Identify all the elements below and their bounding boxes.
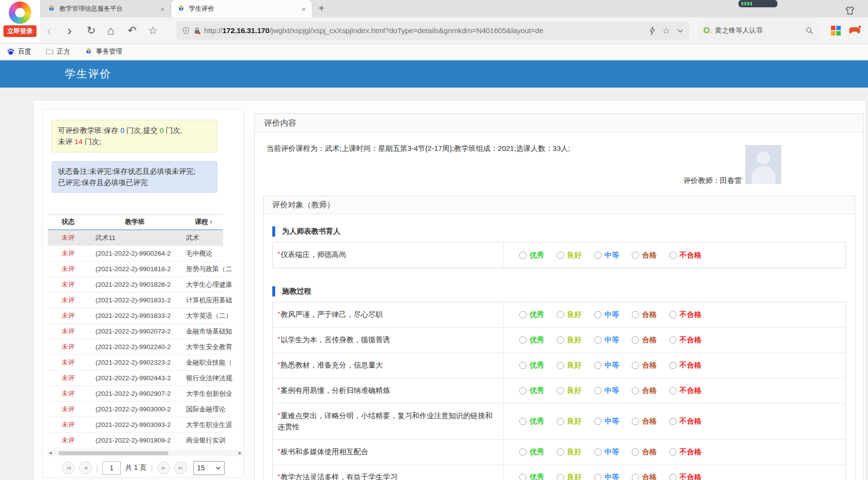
back-icon[interactable]: ‹ [47, 23, 51, 38]
rating-option-pass[interactable]: 合格 [632, 310, 657, 319]
class-table-row[interactable]: 未评(2021-2022-2)-9902073-2金融市场基础知 [48, 324, 223, 339]
rating-option-good[interactable]: 良好 [557, 335, 582, 345]
sort-icon[interactable]: ▲▼ [209, 220, 213, 224]
radio-good[interactable] [557, 418, 564, 425]
class-table-row[interactable]: 未评武术11武术 [48, 230, 223, 246]
tab-close-icon[interactable]: × [302, 5, 306, 13]
next-page-button[interactable]: ▶ [157, 462, 170, 474]
tab-student-eval[interactable]: 学生评价 × [171, 0, 312, 18]
bookmark-baidu[interactable]: 百度 [7, 47, 31, 56]
rating-option-pass[interactable]: 合格 [632, 335, 657, 345]
radio-average[interactable] [594, 311, 602, 318]
rating-option-good[interactable]: 良好 [557, 361, 582, 370]
bookmark-zhengfang[interactable]: 正方 [46, 47, 70, 56]
class-table-row[interactable]: 未评(2021-2022-2)-9902907-2大学生创新创业 [48, 386, 223, 402]
prev-page-button[interactable]: ◀ [79, 462, 92, 474]
rating-option-good[interactable]: 良好 [557, 251, 582, 260]
column-course[interactable]: 课程▲▼ [181, 218, 223, 226]
rating-option-good[interactable]: 良好 [557, 386, 582, 395]
rating-option-pass[interactable]: 合格 [632, 386, 657, 395]
theme-skin-icon[interactable] [845, 5, 855, 16]
radio-pass[interactable] [632, 448, 639, 456]
radio-fail[interactable] [669, 362, 677, 369]
address-bar[interactable]: http://172.16.31.170/jwglxt/xspjgl/xspj_… [176, 21, 689, 40]
rating-option-average[interactable]: 中等 [594, 335, 619, 345]
radio-excellent[interactable] [519, 311, 527, 318]
url-text[interactable]: http://172.16.31.170/jwglxt/xspjgl/xspj_… [204, 26, 543, 35]
rating-option-excellent[interactable]: 优秀 [519, 386, 544, 395]
new-tab-button[interactable]: + [319, 3, 324, 14]
page-number-input[interactable]: 1 [102, 462, 121, 475]
lock-insecure-icon[interactable] [193, 27, 201, 35]
chevron-down-icon[interactable] [677, 29, 683, 33]
page-size-select[interactable]: 15 [193, 461, 225, 475]
tab-jwgl[interactable]: 教学管理信息服务平台 × [42, 0, 170, 18]
radio-average[interactable] [594, 362, 602, 369]
radio-pass[interactable] [632, 474, 639, 480]
radio-excellent[interactable] [519, 336, 527, 344]
radio-fail[interactable] [669, 474, 677, 480]
radio-excellent[interactable] [519, 252, 527, 259]
radio-average[interactable] [594, 474, 602, 480]
radio-average[interactable] [594, 418, 602, 425]
search-suggestion-text[interactable]: 黄之锋等人认罪 [715, 26, 763, 35]
rating-option-excellent[interactable]: 优秀 [519, 310, 544, 319]
apps-grid-icon[interactable] [831, 26, 841, 36]
rating-option-fail[interactable]: 不合格 [669, 335, 701, 345]
rating-option-good[interactable]: 良好 [557, 447, 582, 457]
class-table-row[interactable]: 未评(2021-2022-2)-9902443-2银行业法律法规 [48, 370, 223, 386]
rating-option-pass[interactable]: 合格 [632, 361, 657, 370]
rating-option-average[interactable]: 中等 [594, 417, 619, 426]
rating-option-average[interactable]: 中等 [594, 447, 619, 457]
radio-average[interactable] [594, 336, 602, 344]
favorite-page-icon[interactable]: ☆ [662, 25, 670, 36]
radio-excellent[interactable] [519, 387, 527, 394]
radio-average[interactable] [594, 387, 602, 394]
radio-fail[interactable] [669, 336, 677, 344]
class-table-row[interactable]: 未评(2021-2022-2)-9901831-2计算机应用基础 [48, 293, 223, 308]
radio-good[interactable] [557, 311, 564, 318]
radio-excellent[interactable] [519, 362, 527, 369]
rating-option-pass[interactable]: 合格 [632, 417, 657, 426]
radio-pass[interactable] [632, 418, 639, 425]
class-table-row[interactable]: 未评(2021-2022-2)-9901809-2商业银行实训 [48, 433, 223, 448]
tab-close-icon[interactable]: × [160, 5, 165, 13]
rating-option-fail[interactable]: 不合格 [669, 473, 701, 480]
radio-fail[interactable] [669, 252, 677, 259]
column-class[interactable]: 教学班 [89, 218, 181, 226]
class-table-row[interactable]: 未评(2021-2022-2)-9901833-2大学英语（二） [48, 308, 223, 324]
radio-pass[interactable] [632, 362, 639, 369]
rating-option-fail[interactable]: 不合格 [669, 417, 701, 426]
radio-excellent[interactable] [519, 474, 527, 480]
lightning-reader-icon[interactable] [649, 26, 656, 35]
rating-option-fail[interactable]: 不合格 [669, 361, 701, 370]
radio-pass[interactable] [632, 252, 639, 259]
shield-add-icon[interactable] [182, 27, 190, 35]
radio-good[interactable] [557, 387, 564, 394]
login-now-button[interactable]: 立即登录 [3, 25, 37, 37]
class-table-row[interactable]: 未评(2021-2022-2)-9901818-2形势与政策（二 [48, 261, 223, 277]
radio-good[interactable] [557, 336, 564, 344]
search-icon[interactable] [806, 27, 813, 35]
radio-good[interactable] [557, 252, 564, 259]
rating-option-pass[interactable]: 合格 [632, 251, 657, 260]
scrollbar-thumb[interactable] [58, 451, 169, 455]
radio-fail[interactable] [669, 387, 677, 394]
rating-option-excellent[interactable]: 优秀 [519, 251, 544, 260]
class-table-row[interactable]: 未评(2021-2022-2)-9902323-2金融职业技能（ [48, 355, 223, 370]
rating-option-good[interactable]: 良好 [557, 473, 582, 480]
rating-option-good[interactable]: 良好 [557, 310, 582, 319]
horizontal-scrollbar[interactable]: ◀ ▶ [48, 450, 243, 456]
rating-option-average[interactable]: 中等 [594, 386, 619, 395]
radio-average[interactable] [594, 448, 602, 456]
radio-good[interactable] [557, 362, 564, 369]
radio-pass[interactable] [632, 311, 639, 318]
bookmark-shiwu[interactable]: 事务管理 [85, 47, 122, 56]
rating-option-excellent[interactable]: 优秀 [519, 473, 544, 480]
radio-excellent[interactable] [519, 448, 527, 456]
first-page-button[interactable]: |◀ [62, 462, 75, 474]
radio-average[interactable] [594, 252, 602, 259]
bookmark-star-icon[interactable]: ☆ [148, 24, 158, 37]
radio-fail[interactable] [669, 418, 677, 425]
scroll-right-icon[interactable]: ▶ [238, 451, 243, 455]
